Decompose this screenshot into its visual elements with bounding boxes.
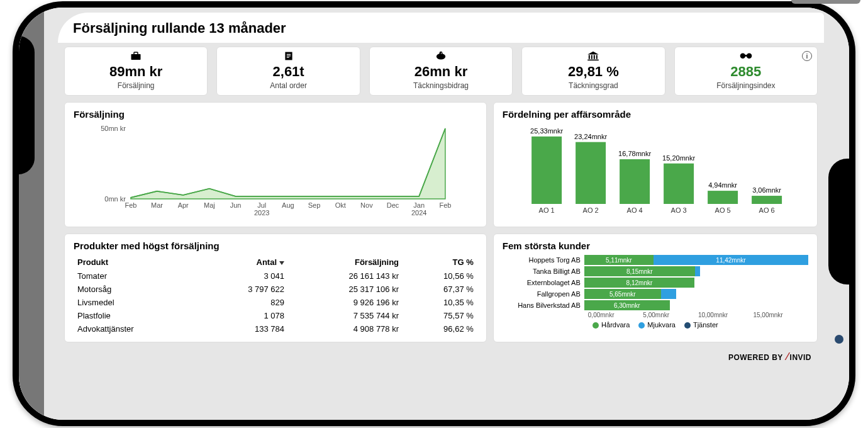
- sales-line-chart[interactable]: 50mn kr0mn krFebMarAprMajJunJul2023AugSe…: [74, 123, 477, 218]
- top-products-card: Produkter med högst försäljning Produkt …: [64, 234, 487, 342]
- bar-AO 3[interactable]: 15,20mnkrAO 3: [662, 154, 695, 214]
- svg-text:50mn kr: 50mn kr: [101, 125, 126, 132]
- table-row[interactable]: Plastfolie1 0787 535 744 kr75,57 %: [74, 309, 477, 322]
- kpi-card-tckningsbidrag[interactable]: 26mn krTäckningsbidrag: [369, 47, 513, 96]
- svg-rect-38: [576, 142, 606, 204]
- top-customers-card: Fem största kunder Hoppets Torg AB5,11mn…: [493, 234, 818, 342]
- kpi-card-frsljning[interactable]: 89mn krFörsäljning: [64, 47, 208, 96]
- customer-name: Externbolaget AB: [503, 279, 584, 286]
- svg-text:Aug: Aug: [282, 201, 294, 209]
- binoc-icon: [679, 51, 813, 62]
- col-tg[interactable]: TG %: [403, 255, 477, 269]
- svg-rect-10: [589, 55, 590, 59]
- customer-row[interactable]: Externbolaget AB8,12mnkr: [503, 278, 808, 288]
- svg-text:Maj: Maj: [204, 201, 215, 209]
- kpi-label: Täckningsbidrag: [374, 81, 508, 90]
- svg-rect-47: [708, 191, 738, 204]
- svg-text:2024: 2024: [411, 209, 426, 217]
- svg-text:3,06mnkr: 3,06mnkr: [752, 186, 781, 194]
- svg-text:Nov: Nov: [360, 201, 373, 209]
- col-forsaljning[interactable]: Försäljning: [288, 255, 403, 269]
- phone-frame: Försäljning rullande 13 månader 89mn krF…: [13, 1, 855, 426]
- powered-by-footer: POWERED BY ⁄INVID: [58, 349, 824, 363]
- svg-rect-5: [286, 57, 289, 58]
- kpi-card-antalorder[interactable]: 2,61tAntal order: [216, 47, 360, 96]
- svg-rect-13: [596, 55, 598, 59]
- invid-logo-icon: ⁄: [786, 351, 788, 362]
- svg-text:Jan: Jan: [413, 201, 425, 209]
- svg-text:16,78mnkr: 16,78mnkr: [618, 150, 651, 157]
- svg-text:AO 4: AO 4: [626, 206, 642, 214]
- bar-AO 4[interactable]: 16,78mnkrAO 4: [618, 150, 651, 214]
- bar-AO 2[interactable]: 23,24mnkrAO 2: [574, 133, 607, 214]
- kpi-value: 2,61t: [221, 64, 355, 80]
- table-row[interactable]: Tomater3 04126 161 143 kr10,56 %: [74, 269, 477, 283]
- phone-power-button: [791, 0, 860, 4]
- table-row[interactable]: Motorsåg3 797 62225 317 106 kr67,37 %: [74, 283, 477, 296]
- customers-legend: Hårdvara Mjukvara Tjänster: [503, 318, 808, 329]
- kpi-value: 2885: [679, 64, 813, 80]
- bar-AO 5[interactable]: 4,94mnkrAO 5: [708, 181, 738, 214]
- customer-name: Hoppets Torg AB: [503, 256, 584, 264]
- area-bar-card: Fördelning per affärsområde 25,33mnkrAO …: [493, 102, 818, 227]
- svg-rect-14: [588, 60, 599, 61]
- svg-rect-8: [441, 52, 442, 54]
- kpi-card-frsljningsindex[interactable]: i2885Försäljningsindex: [674, 47, 818, 96]
- svg-rect-41: [620, 159, 650, 204]
- customer-row[interactable]: Fallgropen AB5,65mnkr: [503, 289, 808, 299]
- kpi-label: Försäljning: [69, 81, 203, 90]
- svg-text:AO 2: AO 2: [582, 206, 598, 214]
- bar-AO 1[interactable]: 25,33mnkrAO 1: [530, 127, 563, 214]
- svg-text:25,33mnkr: 25,33mnkr: [530, 127, 563, 135]
- svg-rect-17: [744, 55, 747, 57]
- svg-text:Jun: Jun: [230, 201, 242, 209]
- customer-row[interactable]: Tanka Billigt AB8,15mnkr: [503, 266, 808, 276]
- svg-rect-35: [531, 137, 562, 204]
- svg-text:AO 1: AO 1: [538, 206, 554, 214]
- kpi-value: 89mn kr: [69, 64, 203, 80]
- area-bar-chart[interactable]: 25,33mnkrAO 123,24mnkrAO 216,78mnkrAO 41…: [503, 123, 808, 218]
- svg-text:23,24mnkr: 23,24mnkr: [574, 133, 607, 140]
- briefcase-icon: [69, 51, 203, 62]
- legend-mjukvara: Mjukvara: [638, 321, 676, 329]
- svg-rect-11: [591, 55, 593, 59]
- top-products-title: Produkter med högst försäljning: [74, 240, 477, 251]
- svg-text:Feb: Feb: [439, 201, 451, 209]
- svg-rect-4: [286, 55, 290, 56]
- col-produkt[interactable]: Produkt: [74, 255, 201, 269]
- top-products-table[interactable]: Produkt Antal Försäljning TG % Tomater3 …: [74, 255, 477, 335]
- kpi-row: 89mn krFörsäljning2,61tAntal order26mn k…: [58, 47, 824, 96]
- svg-rect-3: [286, 54, 290, 55]
- piggy-icon: [374, 51, 508, 62]
- svg-text:0mn kr: 0mn kr: [104, 195, 126, 203]
- customer-row[interactable]: Hoppets Torg AB5,11mnkr11,42mnkr: [503, 255, 808, 265]
- page-header: Försäljning rullande 13 månader: [58, 13, 824, 43]
- svg-text:Sep: Sep: [308, 201, 321, 209]
- svg-rect-12: [594, 55, 595, 59]
- bank-icon: [526, 51, 660, 62]
- customer-name: Hans Bilverkstad AB: [503, 301, 584, 309]
- phone-notch-left: [19, 36, 35, 174]
- svg-text:AO 6: AO 6: [759, 206, 774, 214]
- svg-rect-50: [752, 196, 782, 204]
- svg-text:AO 5: AO 5: [715, 206, 730, 214]
- svg-rect-44: [664, 164, 694, 204]
- bar-AO 6[interactable]: 3,06mnkrAO 6: [752, 186, 782, 214]
- customer-name: Fallgropen AB: [503, 290, 584, 298]
- svg-marker-9: [588, 52, 599, 55]
- table-row[interactable]: Livsmedel8299 926 196 kr10,35 %: [74, 296, 477, 309]
- svg-text:Okt: Okt: [335, 201, 346, 209]
- kpi-card-tckningsgrad[interactable]: 29,81 %Täckningsgrad: [521, 47, 665, 96]
- sort-caret-icon[interactable]: [279, 261, 284, 265]
- sales-line-card: Försäljning 50mn kr0mn krFebMarAprMajJun…: [64, 102, 487, 227]
- customer-name: Tanka Billigt AB: [503, 268, 584, 275]
- col-antal[interactable]: Antal: [201, 255, 288, 269]
- area-bar-title: Fördelning per affärsområde: [503, 109, 808, 120]
- svg-text:Feb: Feb: [125, 201, 136, 209]
- svg-text:Apr: Apr: [178, 201, 189, 209]
- customer-row[interactable]: Hans Bilverkstad AB6,30mnkr: [503, 300, 808, 310]
- top-customers-chart[interactable]: Hoppets Torg AB5,11mnkr11,42mnkrTanka Bi…: [503, 255, 808, 310]
- table-row[interactable]: Advokattjänster133 7844 908 778 kr96,62 …: [74, 322, 477, 335]
- info-icon[interactable]: i: [802, 51, 812, 61]
- sales-line-title: Försäljning: [74, 109, 477, 120]
